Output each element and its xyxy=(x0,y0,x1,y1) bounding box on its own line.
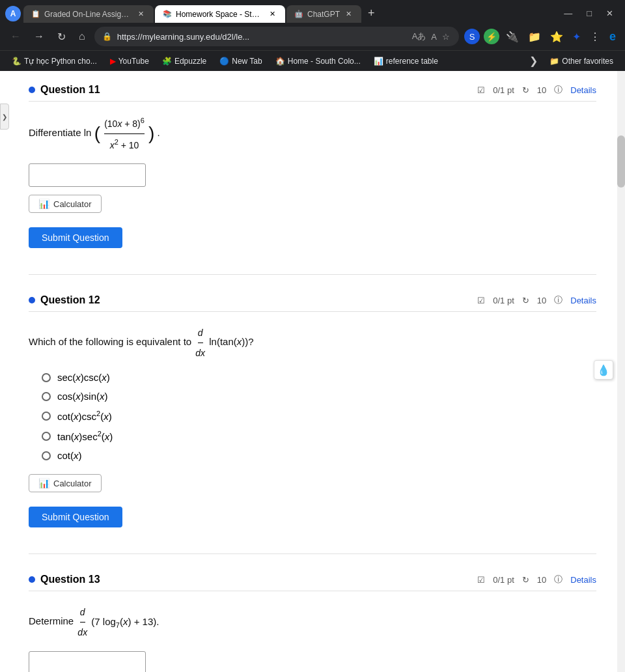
q12-derivative: d dx xyxy=(195,324,205,362)
q12-radio-3[interactable] xyxy=(42,412,51,421)
question-13-meta: ☑ 0/1 pt ↻ 10 ⓘ Details xyxy=(477,574,596,585)
q13-prompt: Determine xyxy=(29,616,76,627)
question-13-math: Determine d dx (7 log7(x) + 13). xyxy=(29,603,596,641)
q12-option-4[interactable]: tan(x)sec2(x) xyxy=(42,430,596,442)
q12-radio-1[interactable] xyxy=(42,373,51,382)
tab-d2l-icon: 📋 xyxy=(31,10,40,18)
bookmark-youtube[interactable]: ▶ YouTube xyxy=(105,55,154,68)
info-icon-12: ⓘ xyxy=(554,294,562,306)
refresh-button[interactable]: ↻ xyxy=(53,28,70,46)
maximize-button[interactable]: □ xyxy=(580,6,598,21)
copilot-icon[interactable]: ✦ xyxy=(570,28,583,46)
q12-option-1[interactable]: sec(x)csc(x) xyxy=(42,372,596,383)
address-bar-row: ← → ↻ ⌂ 🔒 Aあ A ☆ S ⚡ 🔌 📁 ⭐ ✦ ⋮ e xyxy=(0,23,625,50)
question-13-details[interactable]: Details xyxy=(570,575,596,585)
q12-option-2[interactable]: cos(x)sin(x) xyxy=(42,391,596,402)
q12-option-5[interactable]: cot(x) xyxy=(42,450,596,461)
tab-d2l-label: Graded On-Line Assignme... xyxy=(44,10,132,19)
q11-prompt: Differentiate xyxy=(29,127,84,138)
question-11-calc-button[interactable]: 📊 Calculator xyxy=(29,195,102,213)
scrollbar[interactable] xyxy=(617,71,625,672)
question-11-submit[interactable]: Submit Question xyxy=(29,227,122,248)
question-13-tries: 10 xyxy=(537,575,546,585)
tab-studyx[interactable]: 📚 Homework Space - StudyX ✕ xyxy=(155,5,285,23)
more-menu-icon[interactable]: ⋮ xyxy=(587,28,603,46)
bookmark-edpuzzle[interactable]: 🧩 Edpuzzle xyxy=(157,55,212,68)
extension3-icon[interactable]: 🔌 xyxy=(503,28,521,46)
reader-icon[interactable]: A xyxy=(430,31,438,43)
bookmarks-more-button[interactable]: ❯ xyxy=(525,53,542,68)
bookmark-reftable[interactable]: 📊 reference table xyxy=(368,55,443,68)
question-11-header: Question 11 ☑ 0/1 pt ↻ 10 ⓘ Details xyxy=(29,84,596,102)
browser-chrome: A 📋 Graded On-Line Assignme... ✕ 📚 Homew… xyxy=(0,0,625,71)
water-drop-extension[interactable]: 💧 xyxy=(594,360,613,380)
question-12-options: sec(x)csc(x) cos(x)sin(x) cot(x)csc2(x) … xyxy=(42,372,596,461)
tab-chatgpt-close[interactable]: ✕ xyxy=(344,9,354,19)
profile-button[interactable]: A xyxy=(5,6,21,21)
back-button[interactable]: ← xyxy=(7,28,25,45)
tab-d2l-close[interactable]: ✕ xyxy=(136,9,146,19)
page-content: ❯ Question 11 ☑ 0/1 pt ↻ 10 ⓘ Details xyxy=(0,71,625,672)
lock-icon: 🔒 xyxy=(102,32,112,41)
question-12-submit[interactable]: Submit Question xyxy=(29,507,122,527)
q12-radio-5[interactable] xyxy=(42,451,51,460)
question-13-dot xyxy=(29,576,35,583)
bookmark-python[interactable]: 🐍 Tự học Python cho... xyxy=(7,55,102,68)
bookmark-newtab-label: New Tab xyxy=(232,57,262,66)
info-icon-13: ⓘ xyxy=(554,574,562,585)
check-icon-13: ☑ xyxy=(477,575,485,585)
tab-chatgpt[interactable]: 🤖 ChatGPT ✕ xyxy=(286,5,361,23)
home-bookmark-icon: 🏠 xyxy=(275,57,285,66)
tab-d2l[interactable]: 📋 Graded On-Line Assignme... ✕ xyxy=(23,5,154,23)
bookmark-icon[interactable]: ☆ xyxy=(441,31,451,43)
question-13-block: Question 13 ☑ 0/1 pt ↻ 10 ⓘ Details Dete… xyxy=(29,574,596,672)
scrollbar-thumb[interactable] xyxy=(617,135,625,188)
edge-icon[interactable]: e xyxy=(607,27,618,46)
favorites-icon[interactable]: ⭐ xyxy=(548,28,566,46)
youtube-icon: ▶ xyxy=(110,57,116,66)
q11-paren-right: ) xyxy=(148,123,154,143)
question-11-input[interactable] xyxy=(29,163,146,187)
question-11-title: Question 11 xyxy=(29,84,100,96)
q12-option-2-label: cos(x)sin(x) xyxy=(57,391,108,402)
sidebar-toggle[interactable]: ❯ xyxy=(0,104,9,130)
title-bar: A 📋 Graded On-Line Assignme... ✕ 📚 Homew… xyxy=(0,0,625,23)
calc-icon-11: 📊 xyxy=(38,199,49,209)
q12-radio-2[interactable] xyxy=(42,392,51,401)
collections-icon[interactable]: 📁 xyxy=(525,28,544,46)
question-13-input[interactable] xyxy=(29,651,146,672)
tab-studyx-close[interactable]: ✕ xyxy=(268,9,277,19)
q11-fraction: (10x + 8)6 x2 + 10 xyxy=(104,113,145,154)
question-11-details[interactable]: Details xyxy=(570,85,596,95)
minimize-button[interactable]: — xyxy=(557,6,579,21)
new-tab-button[interactable]: + xyxy=(363,4,380,23)
question-12-calc-button[interactable]: 📊 Calculator xyxy=(29,474,102,492)
question-13-header: Question 13 ☑ 0/1 pt ↻ 10 ⓘ Details xyxy=(29,574,596,591)
home-button[interactable]: ⌂ xyxy=(75,28,89,45)
question-11-tries: 10 xyxy=(537,85,546,95)
q12-radio-4[interactable] xyxy=(42,432,51,441)
q12-ln-tan: ln(tan(x))? xyxy=(209,337,253,348)
q12-option-3-label: cot(x)csc2(x) xyxy=(57,410,112,422)
other-favorites-button[interactable]: 📁 Other favorites xyxy=(544,55,618,68)
address-bar[interactable]: 🔒 Aあ A ☆ xyxy=(94,27,459,46)
toolbar-icons: S ⚡ 🔌 📁 ⭐ ✦ ⋮ e xyxy=(464,27,618,46)
q13-derivative: d dx xyxy=(77,603,87,641)
extension2-icon[interactable]: ⚡ xyxy=(484,29,499,44)
forward-button[interactable]: → xyxy=(30,28,48,45)
close-button[interactable]: ✕ xyxy=(600,6,620,21)
bookmark-home[interactable]: 🏠 Home - South Colo... xyxy=(270,55,366,68)
q11-denominator: x2 + 10 xyxy=(110,134,139,154)
extensions-icon[interactable]: S xyxy=(464,29,480,44)
info-icon-11: ⓘ xyxy=(554,84,562,96)
bookmark-newtab[interactable]: 🔵 New Tab xyxy=(214,55,267,68)
tab-studyx-icon: 📚 xyxy=(163,10,172,18)
q11-period: . xyxy=(158,127,160,138)
translate-icon[interactable]: Aあ xyxy=(411,29,428,44)
q13-expr: (7 log7(x) + 13). xyxy=(91,616,159,627)
url-input[interactable] xyxy=(117,32,406,42)
q12-option-3[interactable]: cot(x)csc2(x) xyxy=(42,410,596,422)
bookmarks-bar: 🐍 Tự học Python cho... ▶ YouTube 🧩 Edpuz… xyxy=(0,50,625,71)
tab-studyx-label: Homework Space - StudyX xyxy=(176,10,264,19)
question-12-details[interactable]: Details xyxy=(570,296,596,305)
